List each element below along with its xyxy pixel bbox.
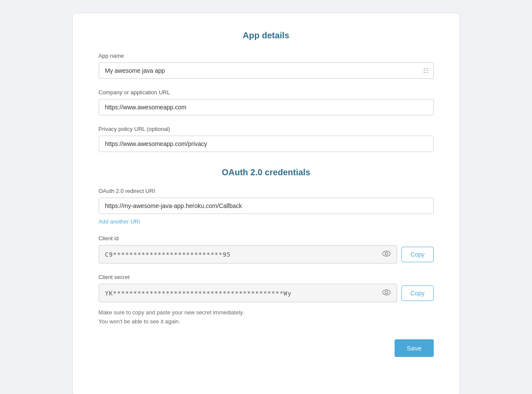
privacy-url-label: Privacy policy URL (optional): [99, 126, 434, 132]
client-id-group: Client id Copy: [99, 235, 434, 264]
client-id-input[interactable]: [105, 251, 379, 258]
client-id-eye-icon[interactable]: [382, 250, 391, 259]
privacy-url-input[interactable]: [99, 136, 434, 152]
edit-icon: ☷: [423, 67, 429, 74]
company-url-label: Company or application URL: [99, 89, 434, 96]
app-details-title: App details: [99, 31, 434, 40]
redirect-uri-input[interactable]: [99, 198, 434, 214]
redirect-uri-group: OAuth 2.0 redirect URI Add another URI: [99, 188, 434, 225]
client-id-label: Client id: [99, 235, 434, 242]
client-secret-field-wrapper: Copy: [99, 284, 434, 302]
client-id-field-wrapper: Copy: [99, 245, 434, 264]
svg-point-3: [385, 291, 388, 294]
app-name-input-wrapper: ☷: [99, 62, 434, 79]
client-id-input-container: [99, 245, 397, 264]
app-details-section: App details App name ☷ Company or applic…: [99, 31, 434, 152]
app-name-label: App name: [99, 53, 434, 59]
client-id-copy-button[interactable]: Copy: [401, 247, 434, 262]
client-secret-label: Client secret: [99, 274, 434, 280]
save-section: Save: [99, 339, 434, 357]
company-url-group: Company or application URL: [99, 89, 434, 115]
add-uri-link[interactable]: Add another URI: [99, 218, 140, 225]
app-name-input[interactable]: [99, 62, 434, 79]
client-secret-input-container: [99, 284, 397, 302]
company-url-input[interactable]: [99, 99, 434, 115]
app-name-group: App name ☷: [99, 53, 434, 79]
oauth-title: OAuth 2.0 credentials: [99, 168, 434, 177]
svg-point-0: [383, 251, 390, 256]
warning-text: Make sure to copy and paste your new sec…: [99, 308, 434, 326]
redirect-uri-label: OAuth 2.0 redirect URI: [99, 188, 434, 194]
client-secret-input[interactable]: [105, 290, 379, 297]
save-button[interactable]: Save: [395, 339, 433, 357]
svg-point-2: [383, 290, 390, 295]
client-secret-eye-icon[interactable]: [382, 289, 391, 298]
client-secret-copy-button[interactable]: Copy: [401, 285, 434, 301]
client-secret-group: Client secret Copy Make sure to copy and…: [99, 274, 434, 326]
oauth-credentials-section: OAuth 2.0 credentials OAuth 2.0 redirect…: [99, 168, 434, 357]
app-details-card: App details App name ☷ Company or applic…: [72, 13, 460, 394]
svg-point-1: [385, 252, 388, 255]
privacy-url-group: Privacy policy URL (optional): [99, 126, 434, 152]
